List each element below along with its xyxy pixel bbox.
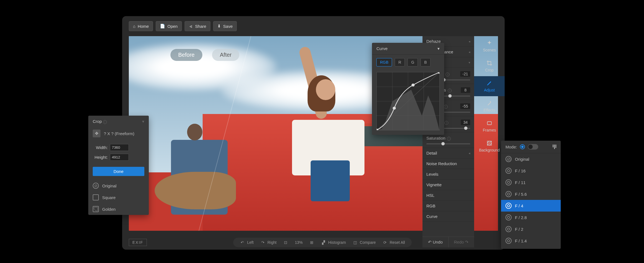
home-button[interactable]: ⌂Home: [129, 21, 153, 31]
info-icon[interactable]: i: [103, 120, 107, 124]
bars-mode-icon[interactable]: [553, 145, 556, 149]
compare-button[interactable]: ◫Compare: [353, 240, 376, 245]
section-hsl[interactable]: HSL: [422, 190, 474, 201]
width-row: Width:: [93, 144, 144, 151]
open-button[interactable]: 📄Open: [156, 21, 182, 31]
histogram-button[interactable]: ▞Histogram: [321, 240, 346, 245]
exif-button[interactable]: EXIF: [129, 239, 147, 246]
tool-frames[interactable]: Frames: [474, 116, 505, 136]
tool-effects[interactable]: Effects: [474, 96, 505, 116]
curve-tab-g[interactable]: G: [407, 58, 418, 66]
mode-item-label: F / 2.8: [515, 215, 527, 220]
frames-label: Frames: [483, 128, 496, 132]
crop-preset-square[interactable]: Square: [88, 192, 149, 203]
contrast-value[interactable]: -55: [460, 103, 470, 109]
exposure-value[interactable]: -21: [460, 71, 470, 77]
slider-thumb[interactable]: [448, 94, 452, 98]
mode-item[interactable]: F / 4: [501, 200, 561, 212]
open-icon: 📄: [160, 24, 165, 29]
rotate-right-button[interactable]: ↷Right: [260, 240, 277, 245]
svg-point-9: [393, 107, 396, 110]
info-icon[interactable]: i: [444, 105, 448, 109]
mode-item[interactable]: F / 16: [501, 165, 561, 177]
svg-point-10: [411, 84, 414, 86]
info-icon[interactable]: i: [444, 121, 448, 125]
mode-toggle[interactable]: [528, 144, 538, 150]
reset-all-button[interactable]: ⟳Reset All: [383, 240, 405, 245]
width-input[interactable]: [110, 144, 129, 151]
app-window: ⌂Home 📄Open ⪡Share ⬇Save Before After EX…: [122, 16, 505, 250]
zoom-fit-button[interactable]: ⊡: [283, 240, 288, 245]
vibrance-value[interactable]: 34: [461, 120, 470, 125]
curve-tab-b[interactable]: B: [421, 58, 430, 66]
save-button[interactable]: ⬇Save: [213, 21, 237, 31]
redo-button[interactable]: Redo ↷: [449, 237, 474, 247]
original-label: Original: [102, 183, 117, 188]
info-icon[interactable]: i: [446, 73, 449, 76]
crop-header: Crop i▾: [88, 116, 149, 127]
section-noise-reduction[interactable]: Noise Reduction: [422, 158, 474, 169]
before-label: Before: [170, 49, 202, 61]
zoom-actual-button[interactable]: ⊞: [309, 240, 314, 245]
person-placeholder: [276, 46, 380, 231]
tool-scenes[interactable]: Scenes: [474, 36, 505, 56]
golden-icon: [93, 206, 99, 212]
mode-item[interactable]: Original: [501, 153, 561, 165]
section-curve[interactable]: Curve: [422, 211, 474, 222]
mode-item[interactable]: F / 5.6: [501, 188, 561, 200]
curve-tab-r[interactable]: R: [395, 58, 405, 66]
radial-mode-icon[interactable]: [520, 144, 525, 149]
square-label: Square: [102, 195, 115, 200]
aperture-icon: [505, 203, 512, 209]
tool-background[interactable]: Background: [474, 136, 505, 156]
height-input[interactable]: [110, 154, 129, 161]
golden-label: Golden: [102, 207, 115, 212]
aperture-icon: [505, 238, 512, 244]
undo-button[interactable]: ↶ Undo: [422, 237, 449, 247]
info-icon[interactable]: i: [448, 89, 452, 93]
undo-redo-bar: ↶ Undo Redo ↷: [422, 237, 474, 247]
info-icon[interactable]: i: [447, 137, 451, 141]
curve-tab-rgb[interactable]: RGB: [376, 58, 392, 66]
slider-thumb[interactable]: [441, 142, 445, 145]
slider-thumb[interactable]: [464, 126, 467, 130]
freeform-label: ? X ? (Freeform): [104, 131, 134, 136]
chevron-down-icon[interactable]: ▾: [142, 119, 144, 124]
width-label: Width:: [93, 145, 108, 150]
mode-label: Mode:: [505, 145, 517, 149]
section-vignette[interactable]: Vignette: [422, 180, 474, 190]
saturation-track[interactable]: [426, 143, 470, 144]
curve-label: Curve: [426, 214, 437, 219]
nr-label: Noise Reduction: [426, 161, 457, 166]
rotate-left-button[interactable]: ↶Left: [240, 240, 253, 245]
crop-preset-original[interactable]: ⊘Original: [88, 180, 149, 192]
mode-item[interactable]: F / 1.4: [501, 235, 561, 247]
mode-item[interactable]: F / 2: [501, 223, 561, 235]
share-button[interactable]: ⪡Share: [185, 21, 210, 31]
brightness-value[interactable]: 8: [461, 87, 470, 93]
background-icon: [486, 140, 492, 146]
chevron-left-icon: ◂: [469, 50, 470, 54]
reset-icon: ⟳: [383, 240, 388, 245]
aperture-icon: [505, 226, 512, 232]
section-detail[interactable]: Detail◂: [422, 148, 474, 158]
mode-item-label: F / 1.4: [515, 239, 527, 243]
crop-preset-golden[interactable]: Golden: [88, 203, 149, 215]
mode-item[interactable]: F / 11: [501, 177, 561, 188]
zoom-value[interactable]: 13%: [295, 240, 303, 245]
section-levels[interactable]: Levels: [422, 169, 474, 180]
curve-graph[interactable]: [376, 72, 440, 130]
done-button[interactable]: Done: [93, 167, 144, 176]
tool-adjust[interactable]: Adjust: [474, 76, 505, 96]
mode-item[interactable]: F / 2.8: [501, 212, 561, 223]
curve-title: Curve: [376, 46, 388, 51]
section-rgb[interactable]: RGB: [422, 201, 474, 211]
chevron-left-icon: ◂: [469, 39, 470, 43]
rgb-label: RGB: [426, 204, 436, 208]
redo-icon: ↷: [464, 240, 469, 244]
tool-crop[interactable]: Crop: [474, 56, 505, 76]
crop-freeform-row[interactable]: ✥ ? X ? (Freeform): [88, 127, 149, 142]
chevron-down-icon[interactable]: ▾: [437, 46, 440, 51]
person-placeholder: [155, 124, 236, 231]
home-icon: ⌂: [133, 24, 135, 29]
